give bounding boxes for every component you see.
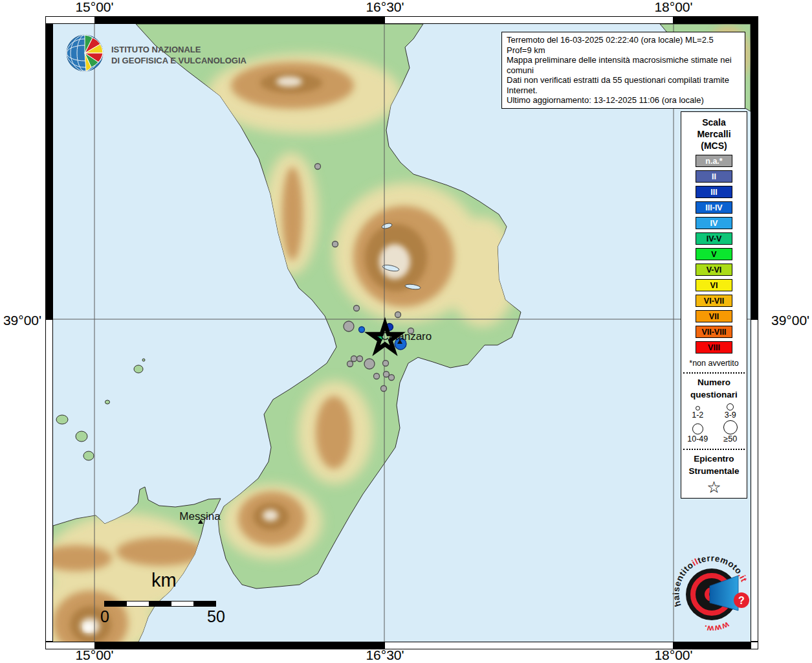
questionnaire-size-label: 3-9 — [725, 410, 736, 420]
scale-bar: km 0 50 — [97, 570, 233, 629]
questionnaire-size-label: 1-2 — [692, 410, 703, 420]
legend-panel: Scala Mercalli (MCS) n.a.*IIIIIIII-IVIVI… — [681, 111, 747, 499]
intensity-point-na — [364, 359, 375, 369]
legend-title-line: Mercalli — [681, 128, 747, 140]
questionnaire-size-circle — [727, 403, 734, 410]
scale-segment — [105, 601, 127, 606]
frame-segment — [94, 16, 385, 24]
mcs-swatch-V: V — [696, 248, 732, 260]
intensity-point-na — [374, 374, 380, 379]
longitude-label: 18°00' — [644, 647, 703, 663]
frame-segment — [751, 24, 758, 319]
mcs-swatch-III: III — [696, 186, 732, 198]
info-line-updated: Ultimo aggiornamento: 13-12-2025 11:06 (… — [507, 95, 740, 106]
scale-bar-segments — [104, 601, 216, 607]
frame-segment — [384, 642, 674, 649]
intensity-point-III-IV — [359, 327, 365, 333]
mcs-swatch-V-VI: V-VI — [696, 264, 732, 276]
intensity-point-na — [333, 242, 338, 247]
macroseismic-map-page: CatanzaroMessina ISTITUTO NAZIONALE DI G… — [0, 0, 812, 663]
intensity-point-na — [354, 306, 360, 311]
frame-segment — [751, 319, 758, 642]
longitude-label: 16°30' — [356, 0, 414, 15]
questionnaire-size-item: 1-2 — [683, 403, 712, 420]
questionnaire-size-item: 10-49 — [683, 420, 712, 444]
intensity-point-na — [389, 375, 395, 381]
longitude-label: 15°00' — [65, 647, 124, 663]
frame-segment — [45, 319, 53, 642]
questionnaire-size-label: 10-49 — [687, 434, 708, 444]
longitude-label: 16°30' — [356, 647, 414, 663]
frame-segment — [45, 16, 95, 24]
questionnaire-size-circle — [692, 423, 703, 434]
legend-separator — [683, 372, 745, 374]
questionnaire-size-label: ≥50 — [723, 434, 737, 444]
city-label: Messina — [179, 510, 221, 523]
scale-start-label: 0 — [96, 607, 113, 626]
frame-segment — [384, 16, 674, 24]
intensity-point-na — [384, 372, 390, 377]
etna-summit — [83, 623, 94, 632]
epicenter-legend-title: Epicentro Strumentale — [681, 453, 747, 477]
legend-title-line: (MCS) — [681, 140, 747, 152]
intensity-point-na — [395, 312, 401, 318]
scale-segment — [127, 601, 149, 606]
mcs-swatch-IV-V: IV-V — [696, 232, 732, 245]
mcs-swatch-VII-VIII: VII-VIII — [696, 326, 732, 338]
scale-segment — [171, 601, 193, 606]
ingv-name-line1: ISTITUTO NAZIONALE — [111, 45, 201, 54]
mcs-swatch-VII: VII — [696, 310, 732, 322]
questionnaire-size-item: ≥50 — [716, 420, 745, 444]
questionnaire-size-circle — [696, 406, 700, 410]
epicenter-title-line: Epicentro — [681, 453, 747, 465]
frame-segment — [45, 24, 53, 319]
mcs-scale-swatches: n.a.*IIIIIIII-IVIVIV-VVV-VIVIVI-VIIVIIVI… — [681, 155, 747, 354]
map-viewport: CatanzaroMessina ISTITUTO NAZIONALE DI G… — [53, 24, 751, 642]
scale-segment — [149, 601, 171, 606]
latitude-label-right: 39°00' — [771, 313, 809, 328]
scale-bar-unit: km — [151, 570, 177, 591]
frame-corner — [751, 642, 758, 649]
info-line-map: Mappa preliminare delle intensità macros… — [507, 55, 740, 75]
intensity-point-na — [357, 356, 363, 362]
question-mark: ? — [738, 595, 745, 606]
mcs-swatch-III-IV: III-IV — [696, 201, 732, 214]
intensity-point-na — [383, 361, 389, 366]
questionnaires-title-line: Numero — [681, 376, 747, 388]
longitude-label: 18°00' — [644, 0, 703, 15]
intensity-point-na — [347, 361, 353, 367]
mcs-swatch-VI-VII: VI-VII — [696, 295, 732, 307]
epicenter-star-icon: ☆ — [681, 478, 747, 495]
legend-title: Scala Mercalli (MCS) — [681, 112, 747, 152]
intensity-point-na — [351, 356, 357, 362]
questionnaire-size-key: 1-23-910-49≥50 — [681, 403, 747, 444]
latitude-label-left: 39°00' — [0, 313, 41, 328]
questionnaires-title-line: questionari — [681, 388, 747, 401]
mcs-swatch-IV: IV — [696, 217, 732, 229]
earthquake-info-box: Terremoto del 16-03-2025 02:22:40 (ora l… — [501, 32, 745, 109]
map-canvas: CatanzaroMessina ISTITUTO NAZIONALE DI G… — [53, 24, 751, 642]
scale-end-label: 50 — [206, 607, 226, 626]
legend-separator — [683, 449, 745, 450]
questionnaire-size-circle — [723, 420, 738, 434]
mcs-swatch-VIII: VIII — [696, 341, 732, 354]
mcs-swatch-VI: VI — [696, 279, 732, 291]
info-line-event: Terremoto del 16-03-2025 02:22:40 (ora l… — [507, 35, 740, 55]
epicenter-title-line: Strumentale — [681, 465, 747, 477]
mcs-swatch-II: II — [696, 170, 732, 183]
frame-segment — [673, 16, 758, 24]
intensity-point-na — [315, 164, 321, 170]
questionnaires-title: Numero questionari — [681, 376, 747, 401]
legend-footnote: *non avvertito — [681, 359, 747, 368]
scale-segment — [193, 601, 215, 606]
ingv-name-line2: DI GEOFISICA E VULCANOLOGIA — [111, 56, 247, 65]
frame-segment — [94, 642, 385, 649]
intensity-point-na — [381, 386, 387, 392]
mcs-swatch-n.a.*: n.a.* — [696, 155, 732, 167]
questionnaire-size-item: 3-9 — [716, 403, 745, 420]
longitude-label: 15°00' — [65, 0, 124, 15]
legend-title-line: Scala — [681, 117, 747, 128]
intensity-point-na — [344, 321, 354, 332]
info-line-data: Dati non verificati estratti da 55 quest… — [507, 75, 740, 95]
